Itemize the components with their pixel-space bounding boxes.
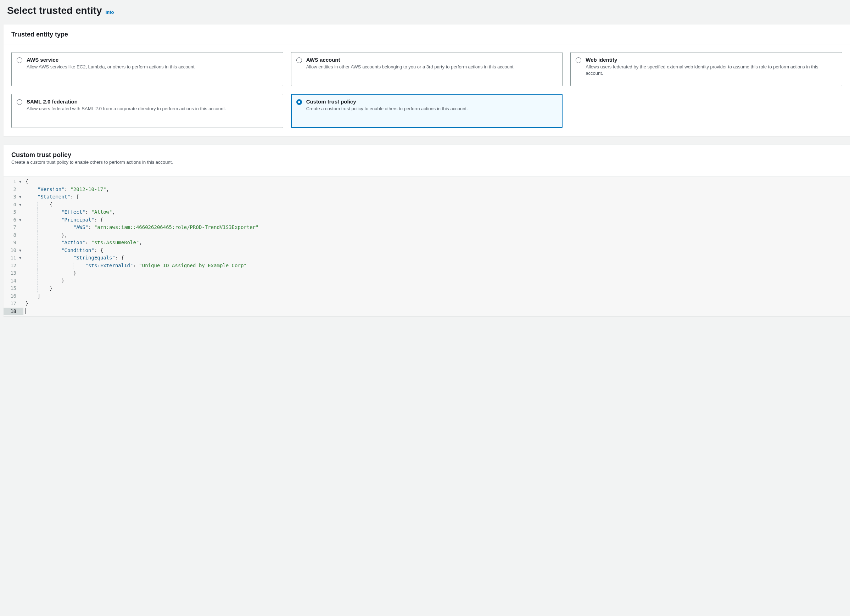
- radio-icon: [296, 57, 302, 63]
- code-line[interactable]: "Action": "sts:AssumeRole",: [25, 239, 850, 247]
- code-line[interactable]: ]: [25, 292, 850, 300]
- radio-icon: [576, 57, 581, 63]
- entity-option-description: Allows users federated by the specified …: [585, 64, 837, 76]
- gutter-line: 1▼: [3, 178, 23, 186]
- text-cursor: [25, 308, 26, 314]
- entity-option-description: Allow entities in other AWS accounts bel…: [306, 64, 558, 70]
- editor-code-area[interactable]: { "Version": "2012-10-17", "Statement": …: [23, 176, 850, 317]
- trusted-entity-panel-title: Trusted entity type: [11, 31, 842, 38]
- entity-option-description: Allow AWS services like EC2, Lambda, or …: [27, 64, 278, 70]
- gutter-line: 13: [3, 269, 23, 277]
- info-link[interactable]: Info: [106, 10, 114, 15]
- gutter-line: 9: [3, 239, 23, 247]
- entity-option-title: AWS service: [27, 57, 278, 63]
- gutter-line: 16: [3, 292, 23, 300]
- gutter-line: 4▼: [3, 201, 23, 209]
- code-line[interactable]: "sts:ExternalId": "Unique ID Assigned by…: [25, 262, 850, 270]
- entity-option-title: SAML 2.0 federation: [27, 99, 278, 105]
- fold-toggle-icon[interactable]: ▼: [17, 193, 21, 201]
- entity-option-aws-account[interactable]: AWS accountAllow entities in other AWS a…: [291, 52, 563, 86]
- trusted-entity-panel-header: Trusted entity type: [3, 24, 850, 45]
- fold-toggle-icon[interactable]: ▼: [17, 178, 21, 186]
- radio-icon: [16, 99, 22, 105]
- gutter-line: 18: [3, 308, 23, 315]
- code-line[interactable]: "Effect": "Allow",: [25, 208, 850, 216]
- fold-toggle-icon[interactable]: ▼: [17, 201, 21, 209]
- code-line[interactable]: }: [25, 285, 850, 292]
- code-line[interactable]: },: [25, 232, 850, 239]
- gutter-line: 11▼: [3, 254, 23, 262]
- gutter-line: 8: [3, 232, 23, 239]
- custom-trust-policy-panel: Custom trust policy Create a custom trus…: [3, 145, 850, 317]
- code-line[interactable]: }: [25, 277, 850, 285]
- gutter-line: 3▼: [3, 193, 23, 201]
- fold-toggle-icon[interactable]: ▼: [17, 216, 21, 224]
- fold-toggle-icon[interactable]: ▼: [17, 254, 21, 262]
- code-line[interactable]: }: [25, 269, 850, 277]
- radio-icon: [16, 57, 22, 63]
- code-line[interactable]: "AWS": "arn:aws:iam::466026206465:role/P…: [25, 224, 850, 232]
- code-line[interactable]: [25, 308, 850, 315]
- custom-trust-policy-title: Custom trust policy: [11, 151, 842, 159]
- custom-trust-policy-subtitle: Create a custom trust policy to enable o…: [11, 160, 842, 165]
- entity-option-title: Web identity: [585, 57, 837, 63]
- radio-icon: [296, 99, 302, 105]
- code-line[interactable]: {: [25, 201, 850, 209]
- code-line[interactable]: "Version": "2012-10-17",: [25, 186, 850, 193]
- gutter-line: 14: [3, 277, 23, 285]
- gutter-line: 2: [3, 186, 23, 193]
- gutter-line: 12: [3, 262, 23, 270]
- gutter-line: 15: [3, 285, 23, 292]
- code-line[interactable]: }: [25, 300, 850, 308]
- entity-option-description: Create a custom trust policy to enable o…: [306, 106, 558, 112]
- code-line[interactable]: "StringEquals": {: [25, 254, 850, 262]
- page-header: Select trusted entity Info: [0, 0, 850, 24]
- entity-option-aws-service[interactable]: AWS serviceAllow AWS services like EC2, …: [11, 52, 283, 86]
- trusted-entity-panel: Trusted entity type AWS serviceAllow AWS…: [3, 24, 850, 136]
- entity-option-title: AWS account: [306, 57, 558, 63]
- code-line[interactable]: "Statement": [: [25, 193, 850, 201]
- code-line[interactable]: "Condition": {: [25, 247, 850, 254]
- entity-option-description: Allow users federated with SAML 2.0 from…: [27, 106, 278, 112]
- page-title: Select trusted entity: [7, 5, 102, 16]
- trusted-entity-panel-body: AWS serviceAllow AWS services like EC2, …: [3, 45, 850, 136]
- editor-gutter: 1▼2 3▼4▼5 6▼7 8 9 10▼11▼12 13 14 15 16 1…: [3, 176, 23, 317]
- gutter-line: 10▼: [3, 247, 23, 254]
- gutter-line: 5: [3, 208, 23, 216]
- entity-type-option-grid: AWS serviceAllow AWS services like EC2, …: [11, 52, 842, 128]
- gutter-line: 7: [3, 224, 23, 232]
- code-line[interactable]: {: [25, 178, 850, 186]
- fold-toggle-icon[interactable]: ▼: [17, 247, 21, 254]
- policy-json-editor[interactable]: 1▼2 3▼4▼5 6▼7 8 9 10▼11▼12 13 14 15 16 1…: [3, 176, 850, 317]
- entity-option-saml-federation[interactable]: SAML 2.0 federationAllow users federated…: [11, 94, 283, 128]
- entity-option-title: Custom trust policy: [306, 99, 558, 105]
- entity-option-web-identity[interactable]: Web identityAllows users federated by th…: [570, 52, 842, 86]
- entity-option-custom-trust-policy[interactable]: Custom trust policyCreate a custom trust…: [291, 94, 563, 128]
- gutter-line: 17: [3, 300, 23, 308]
- code-line[interactable]: "Principal": {: [25, 216, 850, 224]
- custom-trust-policy-header: Custom trust policy Create a custom trus…: [3, 145, 850, 167]
- gutter-line: 6▼: [3, 216, 23, 224]
